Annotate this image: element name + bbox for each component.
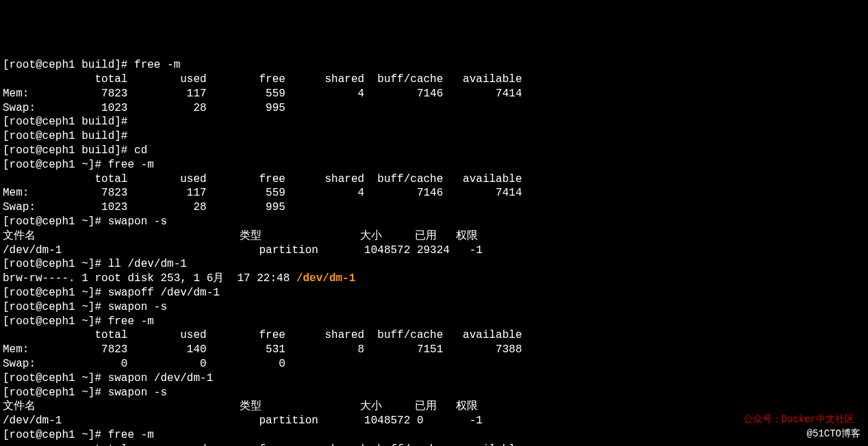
- watermark-red: 公众号：Docker中文社区: [743, 413, 854, 425]
- swapon-row: /dev/dm-1 partition 1048572 29324 -1: [3, 244, 483, 257]
- prompt: [root@ceph1 ~]#: [3, 429, 108, 441]
- watermark-white: @51CTO博客: [805, 427, 863, 441]
- ll-output: brw-rw----. 1 root disk 253, 1 6月 17 22:…: [3, 272, 296, 285]
- command: swapon -s: [108, 386, 167, 399]
- ll-path-highlight: /dev/dm-1: [296, 272, 355, 285]
- command: swapon -s: [108, 215, 167, 228]
- prompt: [root@ceph1 ~]#: [3, 287, 108, 299]
- free-header: total used free shared buff/cache availa…: [3, 443, 522, 446]
- prompt: [root@ceph1 ~]#: [3, 372, 108, 384]
- free-swap-row: Swap: 0 0 0: [3, 358, 285, 370]
- command: free -m: [108, 315, 154, 328]
- prompt: [root@ceph1 ~]#: [3, 301, 108, 313]
- command: swapon -s: [108, 301, 167, 313]
- command: free -m: [108, 429, 154, 441]
- prompt: [root@ceph1 ~]#: [3, 215, 108, 228]
- swapon-row: /dev/dm-1 partition 1048572 0 -1: [3, 415, 483, 427]
- free-header: total used free shared buff/cache availa…: [3, 329, 522, 341]
- free-swap-row: Swap: 1023 28 995: [3, 102, 285, 114]
- free-header: total used free shared buff/cache availa…: [3, 173, 522, 185]
- free-mem-row: Mem: 7823 117 559 4 7146 7414: [3, 88, 522, 100]
- command: ll /dev/dm-1: [108, 258, 187, 270]
- swapon-header: 文件名 类型 大小 已用 权限: [3, 230, 478, 242]
- free-header: total used free shared buff/cache availa…: [3, 73, 522, 86]
- prompt: [root@ceph1 ~]#: [3, 258, 108, 270]
- command: swapoff /dev/dm-1: [108, 287, 220, 299]
- command: free -m: [108, 159, 154, 171]
- command: free -m: [134, 59, 180, 71]
- free-mem-row: Mem: 7823 117 559 4 7146 7414: [3, 187, 522, 199]
- terminal-output[interactable]: [root@ceph1 build]# free -m total used f…: [0, 57, 868, 446]
- free-mem-row: Mem: 7823 140 531 8 7151 7388: [3, 343, 522, 356]
- prompt: [root@ceph1 build]#: [3, 59, 134, 71]
- command: swapon /dev/dm-1: [108, 372, 214, 384]
- prompt: [root@ceph1 build]#: [3, 144, 134, 157]
- prompt: [root@ceph1 ~]#: [3, 386, 108, 399]
- prompt: [root@ceph1 ~]#: [3, 315, 108, 328]
- prompt: [root@ceph1 build]#: [3, 130, 134, 142]
- prompt: [root@ceph1 ~]#: [3, 159, 108, 171]
- prompt: [root@ceph1 build]#: [3, 116, 134, 128]
- swapon-header: 文件名 类型 大小 已用 权限: [3, 400, 478, 412]
- free-swap-row: Swap: 1023 28 995: [3, 201, 285, 213]
- command: cd: [134, 144, 147, 157]
